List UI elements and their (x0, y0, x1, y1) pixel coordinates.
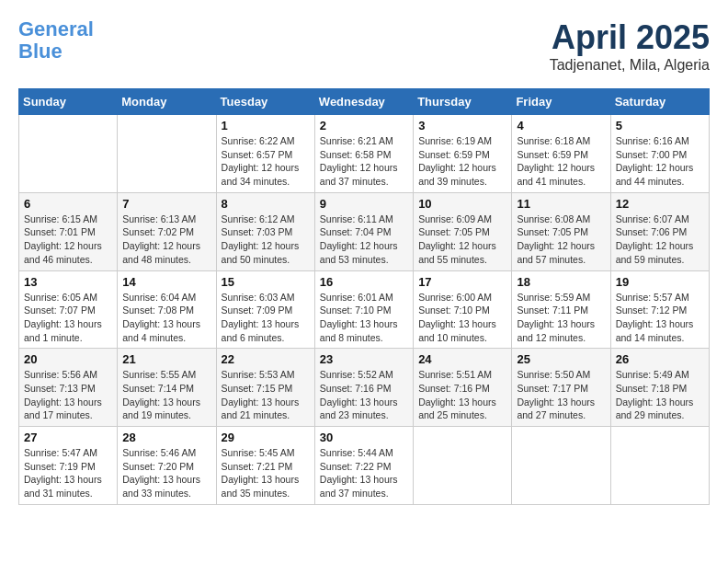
calendar-week-row: 20Sunrise: 5:56 AMSunset: 7:13 PMDayligh… (19, 349, 710, 427)
day-number: 21 (122, 352, 210, 366)
day-detail: Sunrise: 6:05 AMSunset: 7:07 PMDaylight:… (24, 291, 112, 345)
day-detail: Sunrise: 5:51 AMSunset: 7:16 PMDaylight:… (418, 368, 506, 422)
day-number: 22 (222, 352, 310, 366)
day-detail: Sunrise: 6:19 AMSunset: 6:59 PMDaylight:… (418, 134, 506, 189)
day-number: 8 (222, 197, 310, 211)
calendar-week-row: 13Sunrise: 6:05 AMSunset: 7:07 PMDayligh… (19, 270, 710, 349)
day-number: 2 (320, 119, 408, 132)
calendar-cell (414, 427, 512, 505)
day-detail: Sunrise: 6:11 AMSunset: 7:04 PMDaylight:… (320, 213, 408, 267)
day-number: 20 (24, 352, 112, 366)
weekday-header-sunday: Sunday (19, 89, 118, 115)
page-header: General Blue April 2025 Tadjenanet, Mila… (18, 18, 710, 74)
day-detail: Sunrise: 6:09 AMSunset: 7:05 PMDaylight:… (418, 213, 506, 267)
day-detail: Sunrise: 5:46 AMSunset: 7:20 PMDaylight:… (122, 446, 210, 500)
calendar-cell: 7Sunrise: 6:13 AMSunset: 7:02 PMDaylight… (118, 192, 216, 270)
calendar-cell: 18Sunrise: 5:59 AMSunset: 7:11 PMDayligh… (512, 270, 610, 349)
day-detail: Sunrise: 5:57 AMSunset: 7:12 PMDaylight:… (616, 291, 704, 345)
day-detail: Sunrise: 6:07 AMSunset: 7:06 PMDaylight:… (616, 213, 704, 267)
day-detail: Sunrise: 5:47 AMSunset: 7:19 PMDaylight:… (24, 446, 112, 500)
calendar-cell: 11Sunrise: 6:08 AMSunset: 7:05 PMDayligh… (512, 192, 610, 270)
calendar-cell: 24Sunrise: 5:51 AMSunset: 7:16 PMDayligh… (414, 349, 512, 427)
day-number: 23 (320, 352, 408, 366)
logo-general: General (18, 17, 94, 40)
day-detail: Sunrise: 6:00 AMSunset: 7:10 PMDaylight:… (418, 291, 506, 345)
day-number: 10 (418, 197, 506, 211)
day-number: 4 (517, 119, 605, 132)
day-number: 17 (418, 275, 506, 289)
location-title: Tadjenanet, Mila, Algeria (550, 57, 710, 74)
calendar-cell: 6Sunrise: 6:15 AMSunset: 7:01 PMDaylight… (19, 192, 118, 270)
day-number: 24 (418, 352, 506, 366)
month-title: April 2025 (550, 18, 710, 57)
calendar-cell: 29Sunrise: 5:45 AMSunset: 7:21 PMDayligh… (216, 427, 314, 505)
calendar-cell: 10Sunrise: 6:09 AMSunset: 7:05 PMDayligh… (414, 192, 512, 270)
calendar-cell (512, 427, 610, 505)
day-number: 9 (320, 197, 408, 211)
day-number: 25 (517, 352, 605, 366)
day-number: 19 (616, 275, 704, 289)
day-detail: Sunrise: 5:59 AMSunset: 7:11 PMDaylight:… (517, 291, 605, 345)
day-detail: Sunrise: 6:03 AMSunset: 7:09 PMDaylight:… (222, 291, 310, 345)
calendar-cell: 13Sunrise: 6:05 AMSunset: 7:07 PMDayligh… (19, 270, 118, 349)
day-number: 12 (616, 197, 704, 211)
calendar-cell: 4Sunrise: 6:18 AMSunset: 6:59 PMDaylight… (512, 115, 610, 193)
day-detail: Sunrise: 5:55 AMSunset: 7:14 PMDaylight:… (122, 368, 210, 422)
day-number: 29 (222, 431, 310, 444)
weekday-header-friday: Friday (512, 89, 610, 115)
day-number: 6 (24, 197, 112, 211)
day-detail: Sunrise: 5:56 AMSunset: 7:13 PMDaylight:… (24, 368, 112, 422)
calendar-cell: 28Sunrise: 5:46 AMSunset: 7:20 PMDayligh… (118, 427, 216, 505)
weekday-header-thursday: Thursday (414, 89, 512, 115)
day-detail: Sunrise: 6:21 AMSunset: 6:58 PMDaylight:… (320, 134, 408, 189)
day-detail: Sunrise: 5:52 AMSunset: 7:16 PMDaylight:… (320, 368, 408, 422)
title-block: April 2025 Tadjenanet, Mila, Algeria (550, 18, 710, 74)
day-detail: Sunrise: 6:22 AMSunset: 6:57 PMDaylight:… (222, 134, 310, 189)
weekday-header-saturday: Saturday (610, 89, 709, 115)
day-detail: Sunrise: 6:16 AMSunset: 7:00 PMDaylight:… (616, 134, 704, 189)
day-number: 11 (517, 197, 605, 211)
day-number: 18 (517, 275, 605, 289)
calendar-table: SundayMondayTuesdayWednesdayThursdayFrid… (18, 88, 710, 505)
calendar-cell: 27Sunrise: 5:47 AMSunset: 7:19 PMDayligh… (19, 427, 118, 505)
day-detail: Sunrise: 6:12 AMSunset: 7:03 PMDaylight:… (222, 213, 310, 267)
day-detail: Sunrise: 5:49 AMSunset: 7:18 PMDaylight:… (616, 368, 704, 422)
day-number: 1 (222, 119, 310, 132)
calendar-cell: 20Sunrise: 5:56 AMSunset: 7:13 PMDayligh… (19, 349, 118, 427)
calendar-cell: 2Sunrise: 6:21 AMSunset: 6:58 PMDaylight… (314, 115, 413, 193)
logo: General Blue (18, 18, 94, 63)
day-number: 3 (418, 119, 506, 132)
calendar-cell: 25Sunrise: 5:50 AMSunset: 7:17 PMDayligh… (512, 349, 610, 427)
logo-blue: Blue (18, 40, 63, 63)
day-number: 14 (122, 275, 210, 289)
day-number: 27 (24, 431, 112, 444)
calendar-cell (610, 427, 709, 505)
day-detail: Sunrise: 6:08 AMSunset: 7:05 PMDaylight:… (517, 213, 605, 267)
calendar-week-row: 6Sunrise: 6:15 AMSunset: 7:01 PMDaylight… (19, 192, 710, 270)
day-detail: Sunrise: 6:15 AMSunset: 7:01 PMDaylight:… (24, 213, 112, 267)
day-number: 7 (122, 197, 210, 211)
calendar-cell: 17Sunrise: 6:00 AMSunset: 7:10 PMDayligh… (414, 270, 512, 349)
day-detail: Sunrise: 5:45 AMSunset: 7:21 PMDaylight:… (222, 446, 310, 500)
calendar-cell: 16Sunrise: 6:01 AMSunset: 7:10 PMDayligh… (314, 270, 413, 349)
day-detail: Sunrise: 6:13 AMSunset: 7:02 PMDaylight:… (122, 213, 210, 267)
calendar-cell (19, 115, 118, 193)
weekday-header-monday: Monday (118, 89, 216, 115)
calendar-cell (118, 115, 216, 193)
weekday-header-row: SundayMondayTuesdayWednesdayThursdayFrid… (19, 89, 710, 115)
day-number: 16 (320, 275, 408, 289)
calendar-week-row: 27Sunrise: 5:47 AMSunset: 7:19 PMDayligh… (19, 427, 710, 505)
calendar-cell: 9Sunrise: 6:11 AMSunset: 7:04 PMDaylight… (314, 192, 413, 270)
calendar-cell: 30Sunrise: 5:44 AMSunset: 7:22 PMDayligh… (314, 427, 413, 505)
calendar-cell: 21Sunrise: 5:55 AMSunset: 7:14 PMDayligh… (118, 349, 216, 427)
calendar-cell: 23Sunrise: 5:52 AMSunset: 7:16 PMDayligh… (314, 349, 413, 427)
day-number: 5 (616, 119, 704, 132)
calendar-cell: 8Sunrise: 6:12 AMSunset: 7:03 PMDaylight… (216, 192, 314, 270)
calendar-week-row: 1Sunrise: 6:22 AMSunset: 6:57 PMDaylight… (19, 115, 710, 193)
day-number: 13 (24, 275, 112, 289)
calendar-cell: 22Sunrise: 5:53 AMSunset: 7:15 PMDayligh… (216, 349, 314, 427)
day-detail: Sunrise: 6:04 AMSunset: 7:08 PMDaylight:… (122, 291, 210, 345)
day-number: 28 (122, 431, 210, 444)
day-number: 30 (320, 431, 408, 444)
weekday-header-tuesday: Tuesday (216, 89, 314, 115)
